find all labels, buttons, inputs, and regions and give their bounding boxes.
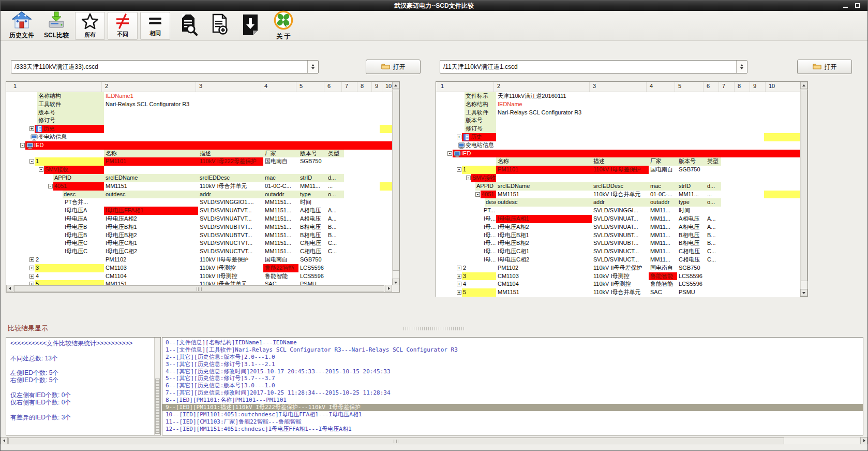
maximize-button[interactable] — [853, 2, 862, 10]
tree-row[interactable]: 5+MM1151110kV I母合并单元SACPSMU — [436, 288, 800, 297]
tree-row[interactable]: 1-PM1101110kV I母222母差保护国电南自SGB750 — [6, 157, 393, 166]
left-tree-body[interactable]: 名称结构IEDName1工具软件Nari-Relays SCL Configur… — [6, 92, 393, 286]
left-file-tree[interactable]: 12345678910 名称结构IEDName1工具软件Nari-Relays … — [6, 81, 400, 293]
column-header[interactable]: 3 — [199, 83, 202, 89]
expander-collapsed[interactable]: + — [457, 135, 461, 139]
tree-row[interactable]: 4+CM1104110kV II母测控鲁能智能LCS5596 — [436, 280, 800, 288]
column-header[interactable]: 1 — [13, 83, 17, 89]
expander-expanded[interactable]: - — [39, 167, 43, 172]
scrollbar-thumb[interactable] — [393, 90, 399, 271]
scrollbar-thumb[interactable] — [14, 285, 384, 292]
tree-row[interactable]: I母电压AI母电压A相2SVLD/SVINUATVT...MM1151...A相… — [6, 215, 393, 223]
scroll-up-icon[interactable] — [392, 82, 399, 89]
tree-row[interactable]: 名称描述厂家版本号类型 — [6, 150, 393, 158]
result-line[interactable]: 6--[其它][历史信息:版本号]3.0---1.0 — [162, 382, 863, 389]
tree-row[interactable]: SMV接收- — [436, 174, 800, 182]
tree-row[interactable]: 2+PM1102110kV II母母差保护国电南自SGB750 — [436, 264, 800, 272]
expander-expanded[interactable]: - — [466, 176, 471, 180]
left-tree-horizontal-scrollbar[interactable] — [6, 285, 392, 292]
right-tree-vertical-scrollbar[interactable] — [800, 82, 807, 296]
result-line[interactable]: 1--[文件信息][工具软件]Nari-Relays SCL Configura… — [162, 346, 863, 354]
bottom-horizontal-scrollbar[interactable] — [1, 437, 867, 444]
tree-row[interactable]: 名称结构IEDName1 — [6, 92, 393, 100]
right-open-button[interactable]: 打开 — [797, 60, 852, 74]
expander-collapsed[interactable]: + — [29, 274, 34, 279]
tree-row[interactable]: 4051-MM1151110kV I母合并单元01-0C-...MM11....… — [436, 191, 800, 199]
scroll-right-icon[interactable] — [860, 437, 867, 444]
column-header[interactable]: 10 — [385, 83, 392, 89]
expander-expanded[interactable]: - — [447, 151, 452, 156]
tree-row[interactable]: IED- — [436, 150, 800, 158]
column-header[interactable]: 7 — [722, 83, 725, 89]
column-header[interactable]: 5 — [300, 83, 303, 89]
tree-row[interactable]: 名称描述厂家版本号类型 — [436, 157, 800, 166]
scrollbar-thumb[interactable] — [155, 379, 160, 434]
column-header[interactable]: 6 — [327, 83, 331, 89]
tree-row[interactable]: 文件标示天津110kV满江道20160111 — [436, 92, 800, 100]
column-header[interactable]: 3 — [593, 83, 596, 89]
column-header[interactable]: 9 — [375, 83, 378, 89]
column-header[interactable]: 9 — [753, 83, 756, 89]
tree-row[interactable]: 3+CM1103110kV I母测控鲁能智能LCS5596 — [436, 272, 800, 281]
result-line[interactable]: 9--[IED][PM1101:描述]110kV I母222母差保护---110… — [162, 404, 863, 411]
tree-row[interactable]: descoutdescaddroutaddrtypeo... — [436, 198, 800, 207]
add-report-button[interactable] — [204, 11, 233, 40]
result-line[interactable]: 7--[其它][历史信息:修改时间]2017-10-25 11:28:34---… — [162, 389, 863, 397]
tree-row[interactable]: 3+CM1103110kV I母测控鲁能22智能LCS5596 — [6, 264, 393, 272]
tree-row[interactable]: APPIDsrcIEDNamesrcIEDDescmacstrIDd... — [6, 174, 393, 182]
expander-expanded[interactable]: - — [475, 192, 480, 197]
tree-row[interactable]: 历史+ — [436, 133, 800, 141]
tree-row[interactable]: 变电站信息 — [6, 133, 393, 141]
tree-row[interactable]: 2+PM1102110kV II母母差保护国电南自SGB750 — [6, 256, 393, 264]
tree-row[interactable]: PT...SVLD/SVINGGI...MM11...时间 — [436, 207, 800, 215]
column-header[interactable]: 2 — [497, 83, 500, 89]
minimize-button[interactable] — [841, 2, 850, 10]
tree-row[interactable]: I母电压AI母电压FFA相1SVLD/SVINUATVT...MM1151...… — [6, 207, 393, 215]
history-files-button[interactable]: 历史文件 — [6, 11, 38, 40]
column-header[interactable]: 6 — [707, 83, 710, 89]
result-line[interactable]: 12--[IED][MM1151:4051:chndesc]I母电压FFA相1-… — [162, 426, 863, 433]
tree-row[interactable]: I母电压BI母电压B相1SVLD/SVINUBTVT...MM1151...B相… — [6, 223, 393, 231]
expander-collapsed[interactable]: + — [29, 266, 34, 270]
tree-row[interactable]: 工具软件Nari-Relays SCL Configurator R3 — [6, 100, 393, 109]
left-file-combobox[interactable]: /333天津110kV满江道33).cscd — [11, 60, 319, 74]
column-header[interactable]: 5 — [678, 83, 681, 89]
result-line[interactable]: 3--[其它][历史信息:修订号]3.1---2.1 — [162, 361, 863, 368]
right-file-combobox[interactable]: /11天津110kV满江道1.cscd — [440, 60, 747, 74]
right-tree-body[interactable]: 文件标示天津110kV满江道20160111名称结构IEDName工具软件Nar… — [436, 92, 800, 297]
expander-expanded[interactable]: - — [29, 159, 34, 164]
scroll-right-icon[interactable] — [385, 285, 392, 292]
tree-row[interactable]: I母...I母电压A相1SVLD/SVINUAT...MM11...A相电压A.… — [436, 215, 800, 223]
result-line[interactable]: 11--[IED][CM1103:厂家]鲁能22智能---鲁能智能 — [162, 418, 863, 426]
tree-row[interactable]: I母电压CI母电压C相1SVLD/SVINUCTVT...MM1151...C相… — [6, 239, 393, 248]
left-tree-vertical-scrollbar[interactable] — [392, 82, 399, 286]
right-file-tree[interactable]: 12345678910 文件标示天津110kV满江道20160111名称结构IE… — [436, 81, 808, 297]
result-line[interactable]: 5--[其它][历史信息:修订号]5.7---3.7 — [162, 375, 863, 382]
filter-all-button[interactable]: 所有 — [75, 12, 105, 40]
expander-collapsed[interactable]: + — [457, 274, 461, 279]
column-header[interactable]: 2 — [105, 83, 108, 89]
tree-row[interactable]: I母电压BI母电压B相2SVLD/SVINUBTVT...MM1151...B相… — [6, 231, 393, 240]
export-report-button[interactable] — [236, 11, 265, 40]
tree-row[interactable]: I母...I母电压C相2SVLD/SVINUCT...MM11...C相电压C.… — [436, 256, 800, 264]
tree-row[interactable]: 版本号 — [436, 117, 800, 125]
scrollbar-thumb[interactable] — [8, 438, 784, 444]
column-header[interactable]: 4 — [650, 83, 653, 89]
tree-row[interactable]: PT合并...SVLD/SVINGGIO1....MM1151...时间 — [6, 198, 393, 207]
expander-expanded[interactable]: - — [48, 184, 53, 188]
column-header[interactable]: 7 — [345, 83, 348, 89]
scroll-down-icon[interactable] — [800, 289, 807, 296]
tree-row[interactable]: 修订号 — [436, 125, 800, 133]
result-line[interactable]: 2--[其它][历史信息:版本号]2.0---1.0 — [162, 354, 863, 361]
expander-collapsed[interactable]: + — [29, 257, 34, 262]
expander-collapsed[interactable]: + — [457, 290, 461, 295]
tree-row[interactable]: I母...I母电压B相2SVLD/SVINUBT...MM11...B相电压B.… — [436, 239, 800, 248]
filter-same-button[interactable]: 相同 — [140, 12, 170, 40]
stats-vertical-scrollbar[interactable] — [154, 338, 160, 435]
expander-collapsed[interactable]: + — [457, 266, 461, 270]
scroll-left-icon[interactable] — [1, 437, 8, 444]
combobox-spinner-icon[interactable] — [307, 61, 318, 73]
about-button[interactable]: 关 于 — [267, 11, 300, 40]
scrollbar-thumb[interactable] — [801, 90, 807, 281]
expander-expanded[interactable]: - — [20, 143, 25, 148]
